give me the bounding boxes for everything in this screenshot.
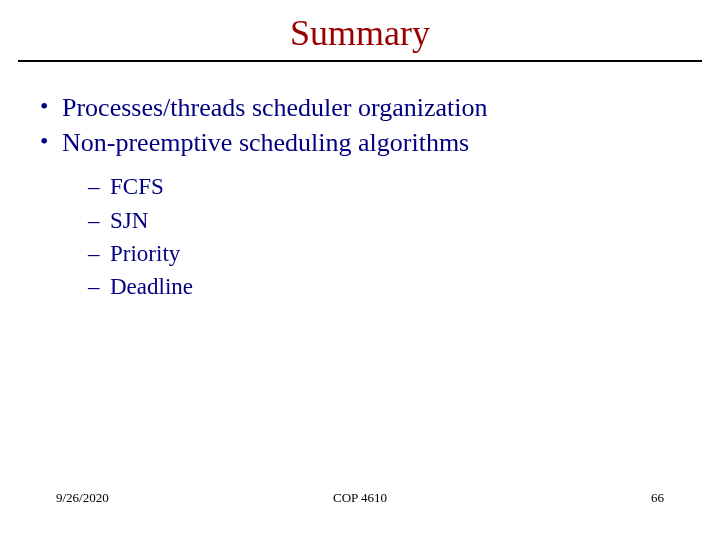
sub-item: Priority (88, 237, 682, 270)
footer-date: 9/26/2020 (56, 490, 109, 506)
slide: Summary Processes/threads scheduler orga… (0, 0, 720, 540)
bullet-item: Non-preemptive scheduling algorithms (38, 125, 682, 160)
footer-course: COP 4610 (333, 490, 387, 506)
bullet-item: Processes/threads scheduler organization (38, 90, 682, 125)
bullet-list: Processes/threads scheduler organization… (38, 90, 682, 160)
slide-content: Processes/threads scheduler organization… (0, 62, 720, 304)
slide-footer: 9/26/2020 COP 4610 66 (0, 490, 720, 506)
sub-item: FCFS (88, 170, 682, 203)
slide-title: Summary (0, 0, 720, 60)
sub-item: SJN (88, 204, 682, 237)
sub-item: Deadline (88, 270, 682, 303)
sub-list: FCFS SJN Priority Deadline (88, 170, 682, 303)
footer-page-number: 66 (651, 490, 664, 506)
